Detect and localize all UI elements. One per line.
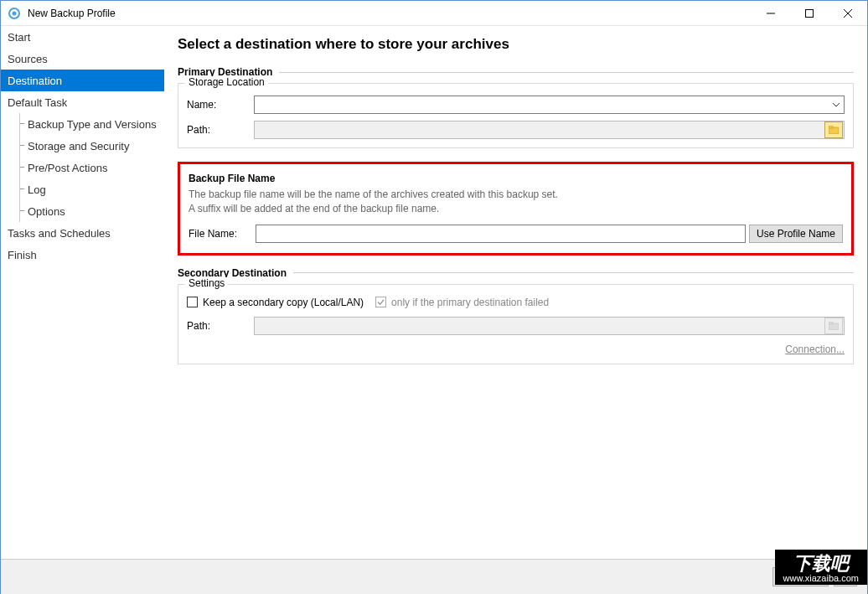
secondary-path-label: Path: — [187, 320, 254, 332]
sidebar-item-sources[interactable]: Sources — [1, 48, 164, 70]
sidebar: Start Sources Destination Default Task B… — [1, 26, 164, 559]
svg-rect-9 — [829, 322, 833, 324]
minimize-button[interactable] — [752, 1, 790, 26]
page-title: Select a destination where to store your… — [178, 36, 854, 53]
window-title: New Backup Profile — [28, 8, 116, 19]
keep-copy-label: Keep a secondary copy (Local/LAN) — [203, 297, 364, 308]
keep-copy-checkbox[interactable] — [187, 297, 198, 307]
sidebar-item-pre-post[interactable]: Pre/Post Actions — [1, 157, 164, 178]
secondary-settings-group: Settings Keep a secondary copy (Local/LA… — [178, 284, 854, 364]
sidebar-item-destination[interactable]: Destination — [1, 70, 164, 91]
secondary-path-input — [254, 317, 845, 335]
sidebar-item-tasks-schedules[interactable]: Tasks and Schedules — [1, 222, 164, 244]
name-label: Name: — [187, 99, 254, 111]
use-profile-name-button[interactable]: Use Profile Name — [749, 225, 843, 243]
only-if-failed-checkbox — [375, 297, 386, 307]
close-button[interactable] — [829, 1, 867, 26]
svg-rect-7 — [829, 126, 833, 128]
name-combobox[interactable] — [254, 96, 845, 114]
backup-file-name-title: Backup File Name — [189, 173, 843, 184]
path-input — [254, 121, 845, 139]
only-if-failed-label: only if the primary destination failed — [391, 297, 549, 308]
content-area: Select a destination where to store your… — [164, 26, 867, 559]
sidebar-item-storage-security[interactable]: Storage and Security — [1, 135, 164, 157]
sidebar-item-finish[interactable]: Finish — [1, 244, 164, 266]
sidebar-item-default-task[interactable]: Default Task — [1, 91, 164, 113]
storage-location-label: Storage Location — [185, 76, 268, 88]
browse-folder-button[interactable] — [824, 121, 843, 138]
file-name-label: File Name: — [189, 228, 256, 240]
watermark: 下载吧 www.xiazaiba.com — [775, 550, 867, 585]
backup-file-name-desc: The backup file name will be the name of… — [189, 188, 843, 216]
sidebar-item-options[interactable]: Options — [1, 200, 164, 222]
backup-file-name-group: Backup File Name The backup file name wi… — [178, 162, 854, 256]
sidebar-item-log[interactable]: Log — [1, 178, 164, 200]
titlebar: New Backup Profile — [1, 1, 867, 26]
chevron-down-icon[interactable] — [829, 96, 844, 113]
sidebar-item-start[interactable]: Start — [1, 26, 164, 48]
file-name-input[interactable] — [256, 225, 746, 243]
maximize-button[interactable] — [790, 1, 829, 26]
connection-link: Connection... — [187, 343, 845, 355]
path-label: Path: — [187, 124, 254, 136]
storage-location-group: Storage Location Name: Path: — [178, 83, 854, 148]
settings-label: Settings — [185, 277, 228, 289]
sidebar-item-backup-type[interactable]: Backup Type and Versions — [1, 113, 164, 135]
footer: < Back N — [1, 559, 867, 594]
svg-rect-3 — [806, 9, 814, 17]
app-icon — [8, 7, 21, 20]
svg-point-1 — [13, 11, 17, 15]
secondary-browse-button — [824, 318, 843, 334]
